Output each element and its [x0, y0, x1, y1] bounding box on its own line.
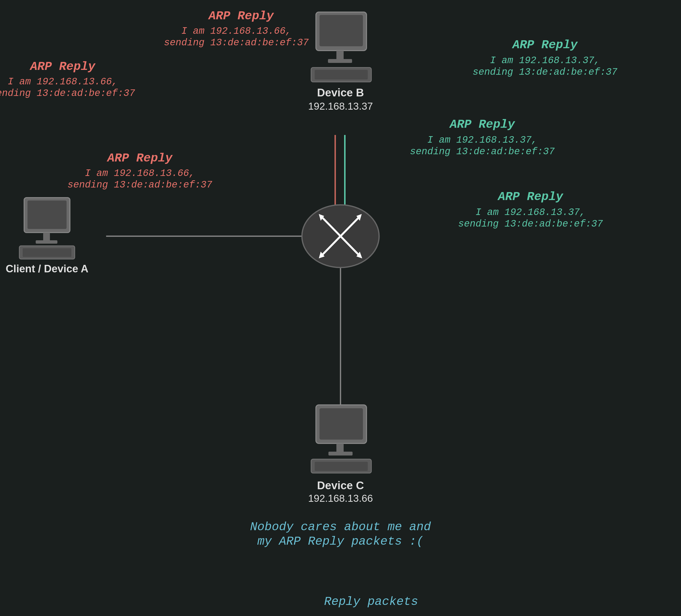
arp-reply-left-bottom-title: ARP Reply [107, 151, 173, 165]
arp-reply-right-middle-title: ARP Reply [449, 117, 515, 131]
arp-reply-right-bottom-body1: I am 192.168.13.37, [476, 207, 585, 218]
device-b-ip: 192.168.13.37 [308, 101, 373, 112]
device-a-label: Client / Device A [5, 263, 88, 274]
svg-rect-31 [328, 452, 353, 455]
arp-reply-right-top-title: ARP Reply [512, 38, 578, 52]
svg-rect-25 [36, 240, 57, 244]
arp-reply-right-bottom-title: ARP Reply [497, 190, 563, 204]
arp-reply-left-top-body1: I am 192.168.13.66, [8, 76, 118, 87]
arp-reply-top-center-body2: sending 13:de:ad:be:ef:37 [164, 37, 309, 48]
device-b-label: Device B [317, 86, 364, 99]
arp-reply-right-top-body1: I am 192.168.13.37, [490, 55, 600, 66]
svg-rect-8 [320, 15, 363, 46]
arp-reply-right-bottom-body2: sending 13:de:ad:be:ef:37 [458, 219, 603, 230]
svg-rect-27 [23, 248, 71, 257]
svg-rect-30 [336, 444, 344, 453]
arp-reply-right-top-body2: sending 13:de:ad:be:ef:37 [473, 67, 617, 78]
svg-rect-29 [320, 408, 363, 439]
arp-reply-top-center-body1: I am 192.168.13.66, [181, 26, 291, 37]
arp-reply-left-bottom-body2: sending 13:de:ad:be:ef:37 [68, 180, 212, 190]
nobody-cares-line2: my ARP Reply packets :( [257, 535, 424, 548]
arp-reply-top-center-title: ARP Reply [208, 9, 274, 23]
device-c-ip: 192.168.13.66 [308, 492, 373, 504]
svg-rect-9 [336, 51, 344, 60]
svg-rect-24 [43, 233, 50, 241]
svg-rect-33 [315, 462, 368, 471]
reply-packets-label: Reply packets [324, 595, 418, 609]
arp-reply-left-top-title: ARP Reply [29, 60, 96, 74]
arp-reply-left-bottom-body1: I am 192.168.13.66, [85, 168, 195, 179]
arp-reply-right-middle-body2: sending 13:de:ad:be:ef:37 [410, 146, 555, 157]
svg-rect-12 [315, 70, 368, 80]
arp-reply-right-middle-body1: I am 192.168.13.37, [427, 135, 537, 145]
svg-rect-23 [27, 200, 67, 229]
svg-rect-10 [328, 59, 352, 63]
nobody-cares-line1: Nobody cares about me and [250, 520, 431, 534]
arp-reply-left-top-body2: sending 13:de:ad:be:ef:37 [0, 88, 135, 99]
device-c-label: Device C [317, 479, 364, 492]
